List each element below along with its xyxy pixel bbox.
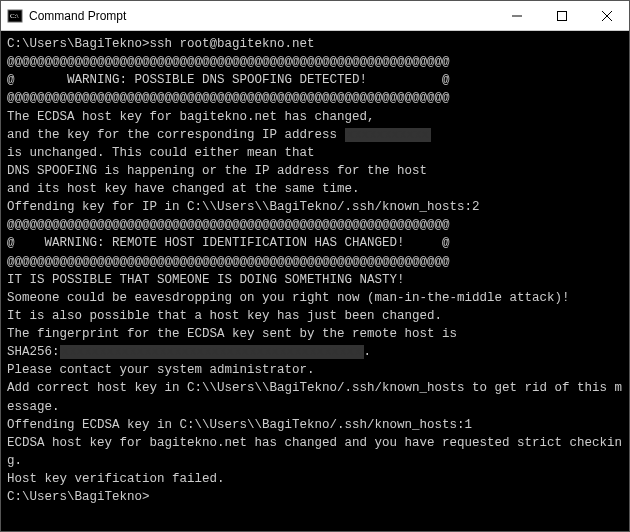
output-line: It is also possible that a host key has …	[7, 307, 623, 325]
output-line: Add correct host key in C:\\Users\\BagiT…	[7, 379, 623, 415]
redacted-ip: xxxxxxxxxxx	[345, 128, 432, 142]
output-line: DNS SPOOFING is happening or the IP addr…	[7, 162, 623, 180]
output-line: is unchanged. This could either mean tha…	[7, 144, 623, 162]
output-line: and its host key have changed at the sam…	[7, 180, 623, 198]
output-text: and the key for the corresponding IP add…	[7, 128, 345, 142]
prompt-text: C:\Users\BagiTekno>	[7, 37, 150, 51]
command-text: ssh root@bagitekno.net	[150, 37, 315, 51]
command-prompt-icon: C:\	[7, 8, 23, 24]
titlebar[interactable]: C:\ Command Prompt	[1, 1, 629, 31]
window-controls	[494, 1, 629, 30]
output-line: Host key verification failed.	[7, 470, 623, 488]
output-line: @@@@@@@@@@@@@@@@@@@@@@@@@@@@@@@@@@@@@@@@…	[7, 89, 623, 107]
output-text: SHA256:	[7, 345, 60, 359]
output-line: Someone could be eavesdropping on you ri…	[7, 289, 623, 307]
output-line: Please contact your system administrator…	[7, 361, 623, 379]
output-text: .	[364, 345, 372, 359]
output-line: @@@@@@@@@@@@@@@@@@@@@@@@@@@@@@@@@@@@@@@@…	[7, 53, 623, 71]
output-line: @@@@@@@@@@@@@@@@@@@@@@@@@@@@@@@@@@@@@@@@…	[7, 216, 623, 234]
output-line: Offending key for IP in C:\\Users\\BagiT…	[7, 198, 623, 216]
command-prompt-window: C:\ Command Prompt C:\Users\BagiTekno>ss…	[0, 0, 630, 532]
output-line: @ WARNING: REMOTE HOST IDENTIFICATION HA…	[7, 234, 623, 252]
output-line: ECDSA host key for bagitekno.net has cha…	[7, 434, 623, 470]
output-line: @ WARNING: POSSIBLE DNS SPOOFING DETECTE…	[7, 71, 623, 89]
output-line: Offending ECDSA key in C:\\Users\\BagiTe…	[7, 416, 623, 434]
svg-rect-3	[557, 11, 566, 20]
output-line: @@@@@@@@@@@@@@@@@@@@@@@@@@@@@@@@@@@@@@@@…	[7, 253, 623, 271]
output-line: The fingerprint for the ECDSA key sent b…	[7, 325, 623, 343]
maximize-button[interactable]	[539, 1, 584, 30]
close-button[interactable]	[584, 1, 629, 30]
redacted-fingerprint: xxxxxxxxxxxxxxxxxxxxxxxxxxxxxxxxxxxxxxxx	[60, 345, 364, 359]
output-line: IT IS POSSIBLE THAT SOMEONE IS DOING SOM…	[7, 271, 623, 289]
svg-text:C:\: C:\	[10, 12, 19, 20]
output-line: The ECDSA host key for bagitekno.net has…	[7, 108, 623, 126]
minimize-button[interactable]	[494, 1, 539, 30]
prompt-text: C:\Users\BagiTekno>	[7, 488, 623, 506]
window-title: Command Prompt	[29, 9, 494, 23]
terminal-area[interactable]: C:\Users\BagiTekno>ssh root@bagitekno.ne…	[1, 31, 629, 531]
